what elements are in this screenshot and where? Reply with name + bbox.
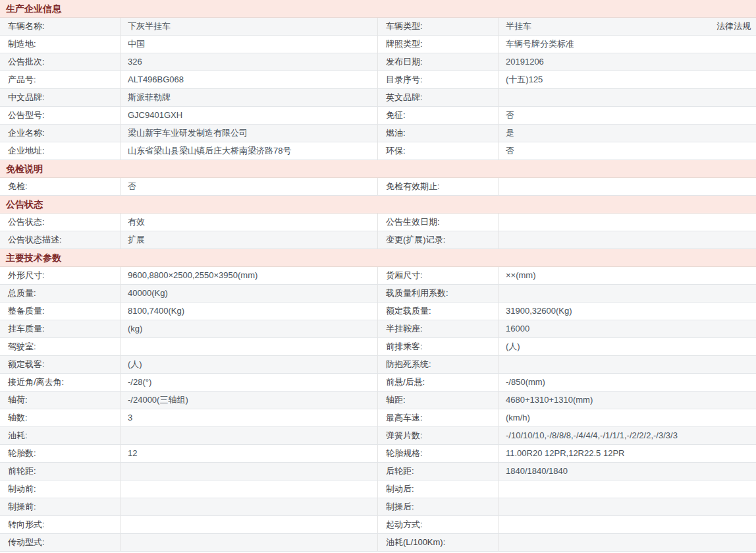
- row-value-right: 16000: [506, 324, 529, 334]
- row-value-cell-left: [121, 463, 378, 480]
- table-row: 制操前: 制操后:: [0, 498, 756, 516]
- row-value-cell-left: -/24000(三轴组): [121, 392, 378, 409]
- row-value-cell-right: 31900,32600(Kg): [499, 303, 756, 320]
- row-value-cell-left: (人): [121, 356, 378, 373]
- row-label-left: 总质量:: [0, 285, 121, 302]
- row-label-left: 额定载客:: [0, 356, 121, 373]
- row-value-left: -/24000(三轴组): [128, 395, 188, 405]
- row-value-cell-right: [499, 231, 756, 248]
- row-label-right: 货厢尺寸:: [378, 267, 499, 284]
- row-label-right: 前悬/后悬:: [378, 374, 499, 391]
- row-value-left: 斯派菲勒牌: [128, 92, 171, 102]
- table-row: 油耗: 弹簧片数: -/10/10/10,-/8/8/8,-/4/4/4,-/1…: [0, 427, 756, 445]
- row-label-left: 产品号:: [0, 71, 121, 88]
- table-row: 驾驶室: 前排乘客: (人): [0, 338, 756, 356]
- row-value-cell-left: [121, 427, 378, 444]
- row-value-cell-left: 中国: [121, 36, 378, 53]
- table-row: 免检: 否 免检有效期止:: [0, 178, 756, 196]
- row-value-cell-right: [499, 89, 756, 106]
- row-value-cell-right: [499, 480, 756, 498]
- row-label-left: 车辆名称:: [0, 18, 121, 35]
- row-label-left: 公告型号:: [0, 107, 121, 124]
- table-row: 转向形式: 起动方式:: [0, 516, 756, 534]
- row-label-right: 发布日期:: [378, 53, 499, 71]
- row-value-left: (人): [128, 359, 142, 369]
- row-label-left: 公告状态描述:: [0, 231, 121, 248]
- row-value-cell-right: [499, 516, 756, 533]
- row-value-right: (km/h): [506, 413, 530, 422]
- row-label-left: 外形尺寸:: [0, 267, 121, 284]
- row-value-cell-left: 否: [121, 178, 378, 195]
- row-value-cell-right: 4680+1310+1310(mm): [499, 392, 756, 409]
- row-value-cell-left: 40000(Kg): [121, 285, 378, 302]
- row-label-right: 最高车速:: [378, 409, 499, 426]
- row-value-right: 20191206: [506, 57, 544, 67]
- table-row: 轮胎数: 12 轮胎规格: 11.00R20 12PR,12R22.5 12PR: [0, 445, 756, 463]
- row-label-left: 制动前:: [0, 480, 121, 498]
- row-label-left: 接近角/离去角:: [0, 374, 121, 391]
- row-value-right: 否: [506, 110, 514, 120]
- row-value-cell-left: 山东省梁山县梁山镇后庄大桥南梁济路78号: [121, 142, 378, 160]
- table-row: 整备质量: 8100,7400(Kg) 额定载质量: 31900,32600(K…: [0, 303, 756, 320]
- row-value-left: 3: [128, 413, 132, 422]
- row-value-cell-right: -/10/10/10,-/8/8/8,-/4/4/4,-/1/1/1,-/2/2…: [499, 427, 756, 444]
- row-value-right: 1840/1840/1840: [506, 466, 568, 476]
- row-value-cell-right: 否: [499, 107, 756, 124]
- row-value-cell-right: 20191206: [499, 53, 756, 71]
- row-value-left: (kg): [128, 324, 142, 334]
- table-row: 公告状态: 有效 公告生效日期:: [0, 214, 756, 231]
- row-label-right: 后轮距:: [378, 463, 499, 480]
- row-value-cell-left: 扩展: [121, 231, 378, 248]
- row-value-cell-right: (人): [499, 338, 756, 355]
- row-label-left: 前轮距:: [0, 463, 121, 480]
- row-value-right: 4680+1310+1310(mm): [506, 395, 593, 405]
- row-label-right: 前排乘客:: [378, 338, 499, 355]
- row-value-cell-right: (十五)125: [499, 71, 756, 88]
- row-value-cell-left: 9600,8800×2500,2550×3950(mm): [121, 267, 378, 284]
- row-value-cell-left: (kg): [121, 320, 378, 337]
- row-value-left: 326: [128, 57, 142, 67]
- row-value-cell-right: (km/h): [499, 409, 756, 426]
- row-value-cell-left: [121, 516, 378, 533]
- row-label-right: 英文品牌:: [378, 89, 499, 106]
- row-label-right: 制操后:: [378, 498, 499, 515]
- row-value-cell-right: 11.00R20 12PR,12R22.5 12PR: [499, 445, 756, 462]
- row-value-right: 31900,32600(Kg): [506, 306, 572, 316]
- table-row: 制动前: 制动后:: [0, 480, 756, 498]
- row-label-right: 环保:: [378, 142, 499, 160]
- table-row: 企业名称: 梁山新宇车业研发制造有限公司 燃油: 是: [0, 125, 756, 142]
- row-value-cell-right: ××(mm): [499, 267, 756, 284]
- row-label-left: 制操前:: [0, 498, 121, 515]
- row-value-left: 梁山新宇车业研发制造有限公司: [128, 128, 248, 138]
- row-value-left: 有效: [128, 217, 145, 227]
- row-value-cell-left: 下灰半挂车: [121, 18, 378, 35]
- row-value-left: 中国: [128, 39, 145, 49]
- legal-regulations-link[interactable]: 法律法规: [716, 18, 751, 35]
- row-value-cell-right: 否: [499, 142, 756, 160]
- table-row: 公告状态描述: 扩展 变更(扩展)记录:: [0, 231, 756, 249]
- section-header: 生产企业信息: [0, 0, 756, 18]
- row-label-left: 公告状态:: [0, 214, 121, 231]
- row-value-cell-right: 是: [499, 125, 756, 142]
- row-value-right: 否: [506, 146, 514, 156]
- row-value-right: (十五)125: [506, 74, 543, 84]
- section-header: 公告状态: [0, 196, 756, 214]
- row-label-right: 免检有效期止:: [378, 178, 499, 195]
- table-row: 接近角/离去角: -/28(°) 前悬/后悬: -/850(mm): [0, 374, 756, 392]
- row-label-right: 车辆类型:: [378, 18, 499, 35]
- row-value-cell-right: [499, 178, 756, 195]
- section-header: 主要技术参数: [0, 249, 756, 267]
- table-row: 前轮距: 后轮距: 1840/1840/1840: [0, 463, 756, 480]
- row-label-right: 起动方式:: [378, 516, 499, 533]
- row-value-right: 是: [506, 128, 514, 138]
- row-label-right: 载质量利用系数:: [378, 285, 499, 302]
- row-value-left: 扩展: [128, 235, 145, 245]
- row-value-right: ××(mm): [506, 270, 536, 280]
- table-row: 外形尺寸: 9600,8800×2500,2550×3950(mm) 货厢尺寸:…: [0, 267, 756, 285]
- row-value-right: (人): [506, 341, 520, 351]
- row-label-left: 驾驶室:: [0, 338, 121, 355]
- table-row: 产品号: ALT496BG068 目录序号: (十五)125: [0, 71, 756, 89]
- row-label-left: 中文品牌:: [0, 89, 121, 106]
- row-value-cell-right: 16000: [499, 320, 756, 337]
- table-row: 制造地: 中国 牌照类型: 车辆号牌分类标准: [0, 36, 756, 53]
